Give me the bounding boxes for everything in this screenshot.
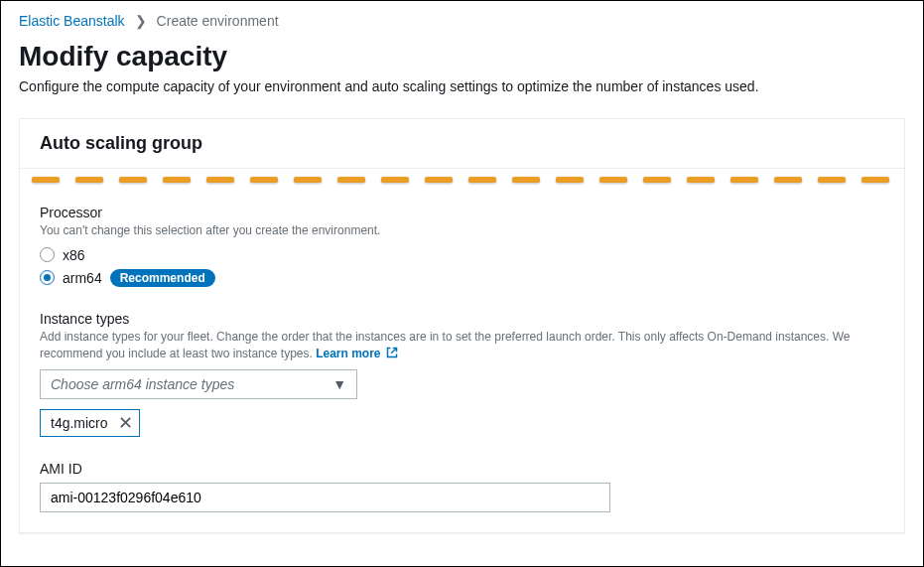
radio-checked-icon (40, 270, 55, 285)
instance-type-select-placeholder: Choose arm64 instance types (51, 376, 234, 392)
processor-option-arm64-label: arm64 (63, 270, 102, 286)
page-description: Configure the compute capacity of your e… (19, 78, 905, 94)
processor-hint: You can't change this selection after yo… (40, 222, 884, 239)
breadcrumb-root-link[interactable]: Elastic Beanstalk (19, 13, 125, 29)
instance-type-token-label: t4g.micro (51, 415, 108, 431)
processor-field: Processor You can't change this selectio… (40, 205, 884, 287)
processor-option-arm64[interactable]: arm64 Recommended (40, 269, 884, 287)
ami-id-label: AMI ID (40, 461, 884, 477)
chevron-right-icon: ❯ (135, 13, 147, 29)
orange-dashed-divider (20, 169, 904, 187)
ami-id-field: AMI ID (40, 461, 884, 512)
breadcrumb-current: Create environment (157, 13, 279, 29)
radio-unchecked-icon (40, 247, 55, 262)
auto-scaling-panel: Auto scaling group Processor You can't c… (19, 118, 905, 533)
remove-token-button[interactable]: ✕ (118, 414, 133, 432)
learn-more-link[interactable]: Learn more (316, 347, 398, 360)
panel-heading: Auto scaling group (20, 119, 904, 169)
recommended-badge: Recommended (110, 269, 215, 287)
processor-option-x86-label: x86 (63, 247, 85, 263)
breadcrumb: Elastic Beanstalk ❯ Create environment (19, 13, 905, 29)
ami-id-input[interactable] (40, 483, 610, 512)
instance-types-label: Instance types (40, 311, 884, 327)
caret-down-icon: ▼ (332, 376, 346, 392)
instance-type-token: t4g.micro ✕ (40, 409, 140, 437)
instance-type-select[interactable]: Choose arm64 instance types ▼ (40, 369, 357, 399)
external-link-icon (386, 347, 398, 358)
instance-types-field: Instance types Add instance types for yo… (40, 311, 884, 438)
page-title: Modify capacity (19, 41, 905, 72)
instance-types-hint: Add instance types for your fleet. Chang… (40, 329, 884, 362)
processor-label: Processor (40, 205, 884, 220)
processor-option-x86[interactable]: x86 (40, 247, 884, 263)
